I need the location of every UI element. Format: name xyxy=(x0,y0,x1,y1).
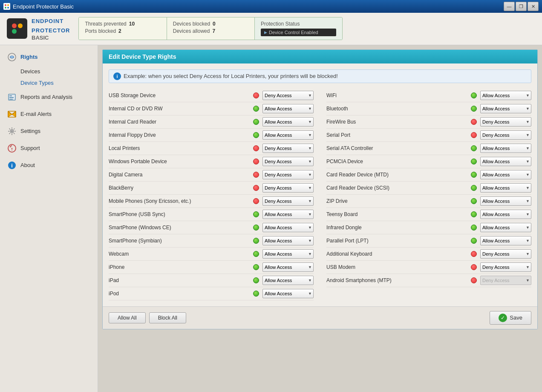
allow-all-button[interactable]: Allow All xyxy=(109,312,146,323)
sidebar-item-reports[interactable]: Reports and Analysis xyxy=(0,89,98,106)
sidebar-item-settings[interactable]: Settings xyxy=(0,123,98,140)
access-select-left-11[interactable]: Allow AccessDeny Access xyxy=(262,236,314,245)
sidebar-item-device-types[interactable]: Device Types xyxy=(0,77,98,89)
device-row: iPodAllow AccessDeny Access▼ xyxy=(109,287,314,300)
device-col-left: USB Storage DeviceAllow AccessDeny Acces… xyxy=(109,89,314,300)
sidebar-item-about[interactable]: i About xyxy=(0,157,98,174)
support-label: Support xyxy=(20,145,40,151)
sidebar-item-rights[interactable]: Rights xyxy=(0,49,98,66)
svg-point-3 xyxy=(7,7,9,9)
access-select-left-0[interactable]: Allow AccessDeny Access xyxy=(262,91,314,100)
access-select-left-3[interactable]: Allow AccessDeny Access xyxy=(262,130,314,140)
device-name-left-2: Internal Card Reader xyxy=(109,119,250,125)
select-wrapper-right-8: Allow AccessDeny Access▼ xyxy=(480,196,531,206)
access-select-right-4[interactable]: Allow AccessDeny Access xyxy=(480,144,531,153)
access-select-left-9[interactable]: Allow AccessDeny Access xyxy=(262,210,314,219)
status-dot-right-13 xyxy=(471,264,477,270)
access-select-left-10[interactable]: Allow AccessDeny Access xyxy=(262,223,314,232)
device-name-left-13: iPhone xyxy=(109,264,250,270)
access-select-left-15[interactable]: Allow AccessDeny Access xyxy=(262,289,314,298)
device-name-left-14: iPad xyxy=(109,277,250,283)
app-icon xyxy=(3,3,10,10)
info-text: Example: when you select Deny Access for… xyxy=(124,73,338,79)
access-select-left-13[interactable]: Allow AccessDeny Access xyxy=(262,262,314,272)
reports-icon xyxy=(7,92,17,102)
device-row: SmartPhone (USB Sync)Allow AccessDeny Ac… xyxy=(109,208,314,221)
access-select-left-14[interactable]: Allow AccessDeny Access xyxy=(262,276,314,285)
device-row: Teensy BoardAllow AccessDeny Access▼ xyxy=(326,208,531,221)
svg-point-1 xyxy=(7,4,9,6)
info-bar: i Example: when you select Deny Access f… xyxy=(109,69,531,83)
sidebar-item-devices[interactable]: Devices xyxy=(0,66,98,77)
stats-panel: Threats prevented 10 Ports blocked 2 Dev… xyxy=(78,17,343,40)
status-dot-right-6 xyxy=(471,172,477,178)
access-select-right-5[interactable]: Allow AccessDeny Access xyxy=(480,157,531,166)
select-wrapper-left-2: Allow AccessDeny Access▼ xyxy=(262,117,314,127)
access-select-right-8[interactable]: Allow AccessDeny Access xyxy=(480,196,531,206)
access-select-left-7[interactable]: Allow AccessDeny Access xyxy=(262,183,314,193)
access-select-right-12[interactable]: Allow AccessDeny Access xyxy=(480,249,531,259)
logo-icon xyxy=(7,18,27,39)
access-select-left-2[interactable]: Allow AccessDeny Access xyxy=(262,117,314,127)
access-select-right-6[interactable]: Allow AccessDeny Access xyxy=(480,170,531,179)
ports-label: Ports blocked xyxy=(85,28,116,34)
status-dot-left-4 xyxy=(253,145,259,151)
status-dot-left-15 xyxy=(253,291,259,297)
select-wrapper-right-3: Allow AccessDeny Access▼ xyxy=(480,130,531,140)
device-row: Local PrintersAllow AccessDeny Access▼ xyxy=(109,142,314,155)
access-select-right-1[interactable]: Allow AccessDeny Access xyxy=(480,104,531,113)
maximize-button[interactable]: ❐ xyxy=(516,2,527,11)
access-select-right-9[interactable]: Allow AccessDeny Access xyxy=(480,210,531,219)
sidebar-item-support[interactable]: Support xyxy=(0,140,98,157)
minimize-button[interactable]: — xyxy=(504,2,515,11)
logo-line1: ENDPOINTPROTECTOR xyxy=(32,16,70,35)
block-all-button[interactable]: Block All xyxy=(149,312,186,323)
device-name-right-6: Card Reader Device (MTD) xyxy=(326,172,467,178)
threats-value: 10 xyxy=(129,21,135,27)
access-select-left-1[interactable]: Allow AccessDeny Access xyxy=(262,104,314,113)
device-row: BluetoothAllow AccessDeny Access▼ xyxy=(326,102,531,115)
access-select-left-4[interactable]: Allow AccessDeny Access xyxy=(262,144,314,153)
close-button[interactable]: ✕ xyxy=(528,2,539,11)
status-dot-right-12 xyxy=(471,251,477,257)
main-layout: Rights Devices Device Types Reports and … xyxy=(0,45,542,392)
access-select-right-11[interactable]: Allow AccessDeny Access xyxy=(480,236,531,245)
select-wrapper-right-1: Allow AccessDeny Access▼ xyxy=(480,104,531,113)
access-select-right-14[interactable]: Allow AccessDeny Access xyxy=(480,276,531,285)
select-wrapper-left-6: Allow AccessDeny Access▼ xyxy=(262,170,314,179)
device-row: iPhoneAllow AccessDeny Access▼ xyxy=(109,261,314,274)
device-name-right-10: Infrared Dongle xyxy=(326,225,467,231)
status-dot-right-14 xyxy=(471,277,477,283)
device-row: PCMCIA DeviceAllow AccessDeny Access▼ xyxy=(326,155,531,168)
sidebar-item-email[interactable]: E-mail Alerts xyxy=(0,106,98,123)
select-wrapper-left-5: Allow AccessDeny Access▼ xyxy=(262,157,314,166)
access-select-left-8[interactable]: Allow AccessDeny Access xyxy=(262,196,314,206)
access-select-left-6[interactable]: Allow AccessDeny Access xyxy=(262,170,314,179)
access-select-right-10[interactable]: Allow AccessDeny Access xyxy=(480,223,531,232)
device-name-right-13: USB Modem xyxy=(326,264,467,270)
status-dot-right-11 xyxy=(471,238,477,244)
sidebar: Rights Devices Device Types Reports and … xyxy=(0,45,98,392)
devices-section: Devices blocked 0 Devices allowed 7 xyxy=(167,17,255,40)
svg-line-23 xyxy=(14,128,14,129)
select-wrapper-right-10: Allow AccessDeny Access▼ xyxy=(480,223,531,232)
status-dot-left-11 xyxy=(253,238,259,244)
access-select-left-12[interactable]: Allow AccessDeny Access xyxy=(262,249,314,259)
access-select-right-7[interactable]: Allow AccessDeny Access xyxy=(480,183,531,193)
status-dot-left-13 xyxy=(253,264,259,270)
device-name-left-0: USB Storage Device xyxy=(109,92,250,98)
device-row: Serial ATA ControllerAllow AccessDeny Ac… xyxy=(326,142,531,155)
status-dot-right-0 xyxy=(471,92,477,98)
traffic-lights xyxy=(12,23,23,34)
access-select-right-13[interactable]: Allow AccessDeny Access xyxy=(480,262,531,272)
threats-section: Threats prevented 10 Ports blocked 2 xyxy=(79,17,167,40)
access-select-left-5[interactable]: Allow AccessDeny Access xyxy=(262,157,314,166)
save-button[interactable]: ✓ Save xyxy=(490,311,531,325)
device-row: SmartPhone (Windows CE)Allow AccessDeny … xyxy=(109,221,314,234)
device-name-left-11: SmartPhone (Symbian) xyxy=(109,238,250,244)
title-bar: Endpoint Protector Basic — ❐ ✕ xyxy=(0,0,542,13)
access-select-right-0[interactable]: Allow AccessDeny Access xyxy=(480,91,531,100)
device-row: ZIP DriveAllow AccessDeny Access▼ xyxy=(326,195,531,208)
access-select-right-2[interactable]: Allow AccessDeny Access xyxy=(480,117,531,127)
access-select-right-3[interactable]: Allow AccessDeny Access xyxy=(480,130,531,140)
